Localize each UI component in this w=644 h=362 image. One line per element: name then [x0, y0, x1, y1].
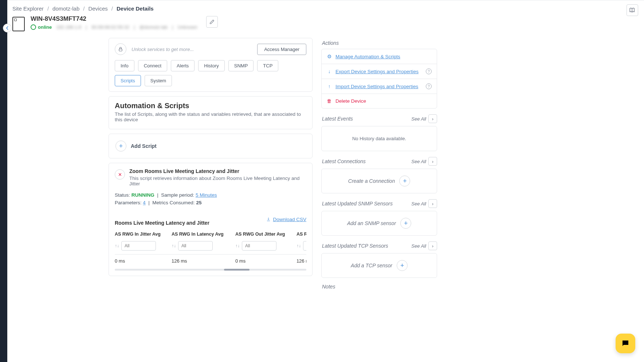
add-script-label: Add Script [131, 143, 157, 149]
col-header[interactable]: AS RWG Out Jitter Avg [235, 229, 297, 240]
horizontal-scrollbar[interactable] [115, 269, 306, 271]
gear-icon: ⚙ [327, 54, 332, 59]
device-ip: 192.168.1.8 [56, 24, 81, 30]
chat-fab[interactable] [616, 334, 635, 353]
breadcrumb-site[interactable]: domotz-lab [52, 5, 79, 12]
trash-icon: 🗑 [327, 98, 332, 104]
see-all-tcp[interactable]: See All› [411, 241, 437, 250]
tab-tcp[interactable]: TCP [257, 60, 278, 71]
breadcrumb-devices[interactable]: Devices [88, 5, 107, 12]
script-description: This script retrieves information about … [129, 176, 306, 186]
action-manage-scripts[interactable]: ⚙ Manage Automation & Scripts [322, 49, 437, 64]
data-table[interactable]: AS RWG In Jitter Avg AS RWG In Latency A… [115, 229, 306, 271]
lock-icon [115, 43, 126, 55]
cell: 126 ms [297, 255, 306, 268]
chevron-right-icon: › [428, 157, 437, 166]
main-content: Site Explorer / domotz-lab / Devices / D… [7, 0, 644, 362]
snmp-empty: Add an SNMP sensor + [321, 211, 437, 236]
create-connection-button[interactable]: + [399, 176, 410, 186]
events-heading: Latest Events [322, 116, 353, 122]
chevron-right-icon: › [428, 199, 437, 208]
cell: 0 ms [115, 255, 172, 268]
sidebar-expand-button[interactable] [3, 24, 12, 32]
add-snmp-button[interactable]: + [400, 218, 411, 229]
add-tcp-label: Add a TCP sensor [351, 263, 392, 268]
cell: 126 ms [172, 255, 235, 268]
access-manager-button[interactable]: Access Manager [257, 44, 306, 55]
see-all-connections[interactable]: See All› [411, 157, 437, 166]
table-row: 0 ms 126 ms 0 ms 126 ms [115, 255, 306, 268]
chevron-right-icon: › [428, 241, 437, 250]
see-all-events[interactable]: See All› [411, 114, 437, 123]
chevron-right-icon: › [428, 114, 437, 123]
status-badge: online [31, 24, 52, 30]
tab-connect[interactable]: Connect [138, 60, 167, 71]
svg-rect-0 [119, 49, 122, 51]
tab-scripts[interactable]: Scripts [115, 75, 141, 86]
actions-list: ⚙ Manage Automation & Scripts ↓ Export D… [321, 49, 437, 109]
cell: 0 ms [235, 255, 297, 268]
snmp-heading: Latest Updated SNMP Sensors [322, 201, 393, 206]
column-filter[interactable] [303, 241, 306, 251]
help-icon[interactable]: ? [426, 68, 432, 74]
add-tcp-button[interactable]: + [397, 260, 408, 271]
download-csv-link[interactable]: Download CSV [266, 217, 306, 222]
breadcrumb-site-explorer[interactable]: Site Explorer [12, 5, 44, 12]
sample-period-link[interactable]: 5 Minutes [196, 192, 217, 198]
device-name: WIN-8V4S3MFT742 [31, 15, 197, 23]
help-icon[interactable]: ? [426, 83, 432, 89]
script-item-card: ✕ Zoom Rooms Live Meeting Latency and Ji… [109, 163, 313, 276]
see-all-snmp[interactable]: See All› [411, 199, 437, 208]
section-subtitle: The list of Scripts, along with the stat… [115, 111, 306, 122]
status-running: RUNNING [131, 192, 154, 198]
column-filter[interactable] [121, 241, 156, 251]
col-header[interactable]: AS RWG In Jitter Avg [115, 229, 172, 240]
action-delete-device[interactable]: 🗑 Delete Device [322, 94, 437, 108]
connections-empty: Create a Connection + [321, 169, 437, 193]
create-connection-label: Create a Connection [348, 178, 395, 184]
scripts-intro-card: Automation & Scripts The list of Scripts… [109, 96, 313, 129]
script-title: Zoom Rooms Live Meeting Latency and Jitt… [129, 168, 306, 174]
connections-heading: Latest Connections [322, 158, 366, 164]
column-filter[interactable] [178, 241, 213, 251]
device-vendor: Unknown [177, 24, 197, 30]
sort-icon[interactable]: ↑↓ [115, 243, 119, 248]
device-site: @domotz-lab [140, 24, 168, 30]
actions-heading: Actions [322, 40, 437, 46]
device-header: WIN-8V4S3MFT742 online 192.168.1.8 | 30:… [7, 15, 644, 38]
tcp-empty: Add a TCP sensor + [321, 253, 437, 278]
device-mac: 30:09:08:02:55:32 [91, 24, 129, 30]
tab-system[interactable]: System [145, 75, 172, 86]
add-snmp-label: Add an SNMP sensor [347, 220, 396, 226]
edit-device-button[interactable] [206, 16, 218, 28]
lock-text: Unlock services to get more... [131, 47, 252, 52]
tab-alerts[interactable]: Alerts [171, 60, 195, 71]
add-script-card: + Add Script [109, 134, 313, 158]
script-params-line: Parameters: 4 | Metrics Consumed: 25 [115, 200, 306, 205]
docs-icon[interactable] [627, 4, 638, 16]
action-export-settings[interactable]: ↓ Export Device Settings and Properties … [322, 64, 437, 79]
col-header[interactable]: AS RWG In Latency Avg [172, 229, 235, 240]
upload-icon: ↑ [327, 84, 332, 89]
sort-icon[interactable]: ↑↓ [235, 243, 240, 248]
sort-icon[interactable]: ↑↓ [172, 243, 176, 248]
col-header[interactable]: AS RWG Out L [297, 229, 306, 240]
tab-history[interactable]: History [198, 60, 224, 71]
add-script-button[interactable]: + [115, 141, 126, 152]
tab-snmp[interactable]: SNMP [228, 60, 254, 71]
section-title: Automation & Scripts [115, 102, 306, 110]
sort-icon[interactable]: ↑↓ [297, 243, 301, 248]
action-import-settings[interactable]: ↑ Import Device Settings and Properties … [322, 79, 437, 94]
table-title: Rooms Live Meeting Latency and Jitter [115, 220, 209, 226]
column-filter[interactable] [242, 241, 276, 251]
parameters-link[interactable]: 4 [143, 200, 146, 205]
metrics-count: 25 [196, 200, 201, 205]
remove-script-button[interactable]: ✕ [115, 169, 125, 180]
services-card: Unlock services to get more... Access Ma… [109, 38, 313, 92]
breadcrumb: Site Explorer / domotz-lab / Devices / D… [7, 0, 644, 15]
download-icon: ↓ [327, 69, 332, 74]
notes-heading: Notes [322, 284, 437, 290]
tab-info[interactable]: Info [115, 60, 134, 71]
script-status-line: Status: RUNNING | Sample period: 5 Minut… [115, 192, 306, 198]
device-tabs: Info Connect Alerts History SNMP TCP Scr… [115, 60, 306, 86]
